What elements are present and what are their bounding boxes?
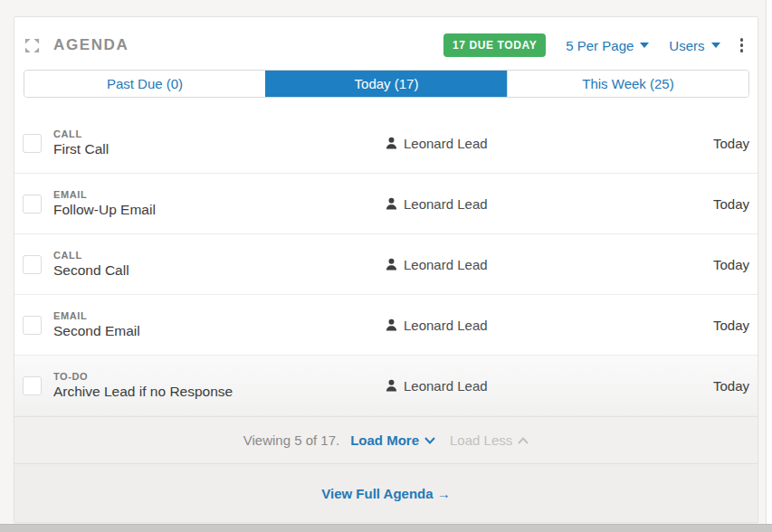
chevron-down-icon	[424, 437, 435, 444]
task-title: Second Email	[53, 323, 140, 339]
view-full-agenda-link[interactable]: View Full Agenda →	[321, 486, 451, 501]
task-type-label: EMAIL	[53, 310, 140, 321]
row-checkbox[interactable]	[23, 376, 42, 395]
contact-name: Leonard Lead	[404, 136, 488, 151]
task-title: Follow-Up Email	[53, 202, 156, 218]
task-type-label: CALL	[53, 250, 129, 261]
tab-this-week[interactable]: This Week (25)	[507, 71, 748, 97]
tab-past-due[interactable]: Past Due (0)	[24, 71, 265, 97]
header-controls: 17 DUE TODAY 5 Per Page Users	[443, 33, 748, 57]
person-icon	[386, 379, 397, 392]
agenda-header: AGENDA 17 DUE TODAY 5 Per Page Users	[14, 17, 758, 70]
users-label: Users	[669, 38, 704, 53]
table-row[interactable]: EMAIL Follow-Up Email Leonard Lead Today	[14, 174, 758, 234]
tab-today[interactable]: Today (17)	[265, 71, 507, 97]
due-date: Today	[713, 257, 749, 272]
task-title: Archive Lead if no Response	[53, 384, 233, 400]
task-list: CALL First Call Leonard Lead Today EMAIL…	[14, 113, 758, 416]
table-row[interactable]: CALL Second Call Leonard Lead Today	[14, 234, 758, 295]
row-checkbox[interactable]	[23, 195, 42, 214]
due-today-badge: 17 DUE TODAY	[443, 33, 546, 57]
table-row[interactable]: CALL First Call Leonard Lead Today	[14, 113, 758, 174]
caret-down-icon	[711, 43, 720, 48]
row-checkbox[interactable]	[23, 316, 42, 335]
per-page-label: 5 Per Page	[566, 38, 634, 53]
table-row[interactable]: TO-DO Archive Lead if no Response Leonar…	[14, 356, 758, 416]
contact-name: Leonard Lead	[404, 318, 488, 333]
load-less-button[interactable]: Load Less	[450, 432, 529, 448]
person-icon	[386, 258, 397, 271]
per-page-dropdown[interactable]: 5 Per Page	[566, 38, 649, 53]
agenda-tabs: Past Due (0) Today (17) This Week (25)	[24, 70, 749, 98]
chevron-up-icon	[518, 437, 529, 444]
person-icon	[386, 197, 397, 210]
agenda-widget: AGENDA 17 DUE TODAY 5 Per Page Users Pas…	[14, 16, 758, 523]
page-title: AGENDA	[53, 36, 129, 54]
pagination-bar: Viewing 5 of 17. Load More Load Less	[14, 416, 758, 463]
row-checkbox[interactable]	[23, 255, 42, 274]
kebab-menu-icon[interactable]	[737, 36, 748, 54]
person-icon	[386, 318, 397, 331]
due-date: Today	[713, 196, 749, 212]
contact-name: Leonard Lead	[404, 257, 488, 272]
person-icon	[386, 137, 397, 149]
due-date: Today	[713, 318, 749, 333]
contact-name: Leonard Lead	[404, 378, 488, 394]
users-dropdown[interactable]: Users	[669, 38, 720, 53]
contact-name: Leonard Lead	[404, 196, 488, 212]
load-more-label: Load More	[350, 432, 419, 448]
page-right-gutter	[766, 0, 772, 532]
due-date: Today	[713, 136, 749, 151]
page-bottom-edge	[0, 524, 772, 532]
load-less-label: Load Less	[450, 432, 512, 448]
task-type-label: CALL	[53, 128, 109, 139]
task-title: Second Call	[53, 262, 129, 279]
viewing-status: Viewing 5 of 17.	[243, 432, 339, 448]
view-full-agenda-bar: View Full Agenda →	[14, 463, 758, 522]
task-type-label: TO-DO	[53, 371, 233, 382]
row-checkbox[interactable]	[23, 134, 42, 153]
due-date: Today	[713, 378, 749, 394]
task-title: First Call	[53, 141, 109, 157]
load-more-button[interactable]: Load More	[350, 432, 435, 448]
move-icon[interactable]	[24, 37, 41, 54]
caret-down-icon	[640, 43, 649, 48]
task-type-label: EMAIL	[53, 189, 156, 200]
table-row[interactable]: EMAIL Second Email Leonard Lead Today	[14, 295, 758, 356]
